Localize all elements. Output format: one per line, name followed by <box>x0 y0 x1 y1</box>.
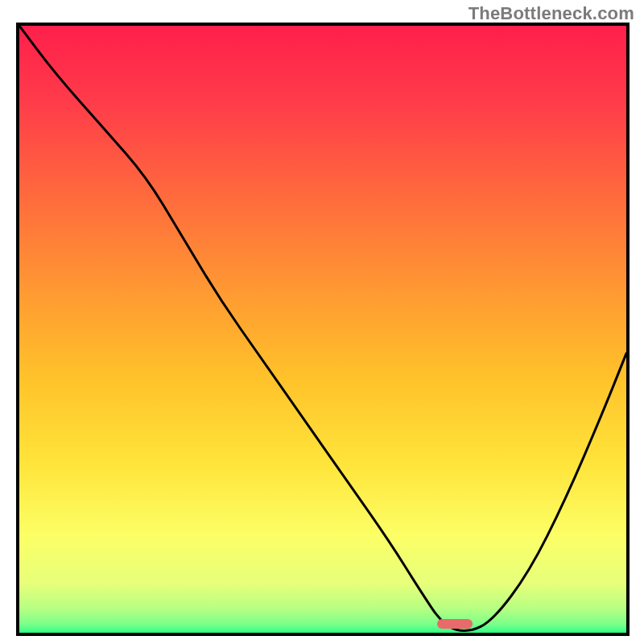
bottleneck-curve <box>19 26 626 633</box>
bottleneck-plot-frame <box>16 23 630 636</box>
watermark-text: TheBottleneck.com <box>469 3 634 24</box>
optimal-region-marker <box>437 619 473 629</box>
stage: TheBottleneck.com <box>0 0 644 644</box>
